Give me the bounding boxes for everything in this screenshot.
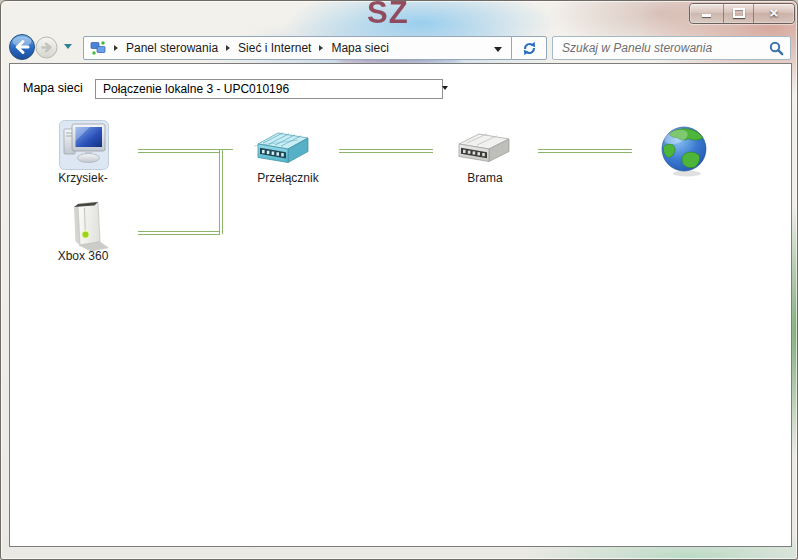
address-dropdown-icon[interactable] (494, 47, 502, 52)
connection-dropdown[interactable]: Połączenie lokalne 3 - UPC010196 (95, 79, 443, 99)
connection-line (138, 149, 220, 153)
address-bar[interactable]: Panel sterowania Sieć i Internet Mapa si… (83, 36, 512, 60)
xbox-node-label: Xbox 360 (38, 249, 128, 263)
gateway-node-label: Brama (440, 171, 530, 185)
breadcrumb-control-panel[interactable]: Panel sterowania (124, 41, 220, 55)
connection-line (138, 231, 220, 235)
minimize-icon (702, 14, 711, 17)
search-input[interactable] (553, 37, 790, 59)
network-map-location-icon (90, 40, 106, 56)
maximize-button[interactable] (724, 4, 754, 23)
switch-node-label: Przełącznik (243, 171, 333, 185)
computer-node-icon[interactable] (59, 120, 109, 170)
map-select-label: Mapa sieci (23, 81, 83, 95)
refresh-button[interactable] (511, 36, 547, 60)
connection-line (219, 149, 223, 234)
close-icon: × (754, 4, 794, 22)
refresh-icon (521, 40, 538, 57)
switch-node-icon[interactable] (254, 130, 312, 168)
back-button[interactable] (8, 33, 36, 61)
minimize-button[interactable] (690, 4, 724, 23)
breadcrumb-network-map[interactable]: Mapa sieci (329, 41, 390, 55)
search-box (552, 36, 791, 60)
breadcrumb-separator-icon (226, 45, 230, 51)
forward-button[interactable] (35, 36, 58, 59)
breadcrumb-network-internet[interactable]: Sieć i Internet (236, 41, 313, 55)
recent-pages-dropdown-icon[interactable] (64, 44, 72, 49)
search-icon (769, 41, 784, 56)
connection-line (339, 149, 433, 153)
xbox-node-icon[interactable] (62, 195, 112, 253)
connection-dropdown-arrow-icon (442, 86, 448, 90)
network-map-window: SZ × (0, 0, 798, 560)
content-area: Mapa sieci Połączenie lokalne 3 - UPC010… (9, 63, 792, 547)
maximize-icon (733, 8, 745, 18)
connection-line (538, 149, 632, 153)
breadcrumb-separator-icon (319, 45, 323, 51)
wallpaper-watermark-text: SZ (367, 0, 409, 31)
computer-node-label: Krzysiek- (38, 171, 128, 185)
gateway-node-icon[interactable] (455, 131, 513, 167)
internet-globe-icon[interactable] (659, 125, 711, 177)
close-button[interactable]: × (754, 4, 794, 23)
window-controls: × (689, 3, 795, 24)
breadcrumb-separator-icon (114, 45, 118, 51)
